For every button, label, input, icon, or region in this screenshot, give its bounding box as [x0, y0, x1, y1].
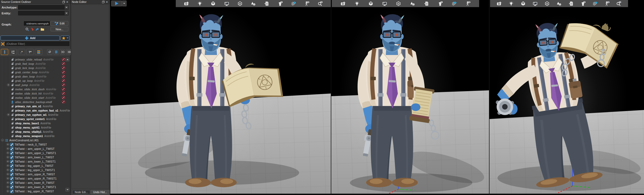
- expand-icon[interactable]: [6, 160, 10, 163]
- disabled-icon[interactable]: [62, 83, 65, 87]
- graph-path-field[interactable]: s/abrams.vanmgrph: [24, 21, 50, 26]
- graph-new-button[interactable]: New...: [51, 27, 68, 31]
- scope-hierarchy-icon[interactable]: [1, 49, 8, 55]
- tree-row[interactable]: TiltTwist :: arm_upper_R_TWIST: [0, 172, 70, 176]
- search-graph-icon[interactable]: [25, 27, 29, 31]
- primitives-icon[interactable]: [410, 1, 415, 6]
- wireframe-cube-icon[interactable]: [545, 1, 550, 6]
- disabled-icon[interactable]: [62, 75, 65, 78]
- disabled-icon[interactable]: [62, 96, 65, 100]
- light-icon[interactable]: [509, 1, 514, 6]
- disabled-icon[interactable]: [62, 100, 65, 104]
- camera-icon[interactable]: [340, 1, 346, 6]
- tree-row[interactable]: primary_slide_reloadAnimFile: [0, 57, 70, 62]
- disabled-icon[interactable]: [62, 62, 65, 66]
- tree-row[interactable]: primary_run_aim_n1AnimFile: [0, 104, 70, 108]
- tree-row[interactable]: TiltTwist :: leg_upper_L_TWIST1: [0, 168, 70, 172]
- collapse-icon[interactable]: [1, 139, 4, 142]
- tree-row[interactable]: melee_slide_kick_hitAnimFile: [0, 91, 70, 96]
- mesh-page-icon[interactable]: [424, 1, 429, 6]
- wireframe-cube-icon[interactable]: [396, 1, 401, 6]
- tree-row[interactable]: grab_up_loopAnimFile: [0, 79, 70, 83]
- play-button[interactable]: [111, 1, 122, 6]
- tree-row[interactable]: atlas_detective_backup.vmdl: [0, 100, 70, 104]
- outliner-filter-input[interactable]: [5, 41, 69, 46]
- tree-row[interactable]: shop_menu_spirit1AnimFile: [0, 125, 70, 130]
- tree-row[interactable]: primary_run_aim_syphon_fast_s1AnimFile: [0, 108, 70, 113]
- export-arrow-icon[interactable]: [35, 27, 39, 31]
- cloth-visibility-icon[interactable]: [277, 1, 283, 6]
- expand-icon[interactable]: [6, 143, 10, 146]
- add-button[interactable]: Add: [1, 36, 60, 40]
- favorites-button[interactable]: [61, 36, 69, 40]
- viewport-1[interactable]: [110, 0, 331, 195]
- character-model-front[interactable]: [145, 6, 294, 194]
- expand-icon[interactable]: [6, 190, 10, 193]
- expand-icon[interactable]: [6, 156, 10, 159]
- disabled-icon[interactable]: [62, 58, 65, 61]
- cube-icon[interactable]: [211, 1, 216, 6]
- tree-row[interactable]: TiltTwist :: arm_upper_L_TWIST1: [0, 151, 70, 155]
- node-editor-titlebar[interactable]: Node Editor ✕: [71, 0, 110, 4]
- flat-tree-icon[interactable]: [9, 49, 17, 55]
- collision-grid-icon[interactable]: [291, 1, 296, 6]
- archetype-dropdown[interactable]: [18, 5, 69, 10]
- tree-row[interactable]: wall_jumpAnimFile: [0, 83, 70, 87]
- list-view-icon[interactable]: [53, 49, 59, 55]
- camera-icon[interactable]: [497, 1, 502, 6]
- primitives-icon[interactable]: [251, 1, 256, 6]
- outliner-titlebar[interactable]: Source Content Outliner ✕: [0, 0, 70, 4]
- close-panel-icon[interactable]: ✕: [65, 0, 69, 3]
- tab-node-editor[interactable]: Node Edi...: [72, 190, 90, 194]
- viewport-3[interactable]: [489, 0, 644, 195]
- light-icon[interactable]: [354, 1, 359, 6]
- tree-row[interactable]: shop_menu_base1AnimFile: [0, 121, 70, 125]
- wireframe-cube-icon[interactable]: [237, 1, 242, 6]
- tree-row[interactable]: primary_run_syphon_w1AnimFile: [0, 113, 70, 117]
- dot-star-filter-button[interactable]: .*: [18, 49, 25, 55]
- disabled-icon[interactable]: [62, 79, 65, 83]
- cloth-visibility-icon[interactable]: [437, 1, 443, 6]
- tree-row[interactable]: grab_center_loopAnimFile: [0, 70, 70, 74]
- monitor-icon[interactable]: [382, 1, 387, 6]
- tree-row[interactable]: shop_menu_weapon1AnimFile: [0, 134, 70, 138]
- tree-row[interactable]: grab_bck_loopAnimFile: [0, 66, 70, 70]
- tree-row[interactable]: TiltTwist :: arm_lower_L_TWIST: [0, 155, 70, 159]
- tree-row[interactable]: AnimConstraintList (40): [0, 138, 70, 142]
- expand-icon[interactable]: [7, 113, 10, 116]
- disabled-icon[interactable]: [62, 66, 65, 70]
- tree-row[interactable]: primary_sprint_center1AnimFile: [0, 117, 70, 121]
- viewport-2[interactable]: [331, 0, 489, 195]
- primitives-icon[interactable]: [556, 1, 562, 6]
- cube-icon[interactable]: [368, 1, 374, 6]
- expand-icon[interactable]: [6, 147, 10, 150]
- character-model-book-closed[interactable]: [331, 6, 470, 194]
- collision-grid-icon[interactable]: [451, 1, 457, 6]
- collision-grid-icon[interactable]: [592, 1, 597, 6]
- expand-icon[interactable]: [6, 151, 10, 155]
- entity-dropdown[interactable]: [18, 11, 69, 15]
- question-star-filter-button[interactable]: ?*: [26, 49, 34, 55]
- float-panel-icon[interactable]: [62, 0, 65, 3]
- cube-icon[interactable]: [521, 1, 526, 6]
- skeleton-visibility-icon[interactable]: [604, 1, 609, 6]
- tree-row[interactable]: TiltTwist :: arm_lower_R_TWIST: [0, 181, 70, 185]
- expand-icon[interactable]: [6, 185, 10, 189]
- import-arrow-icon[interactable]: [30, 27, 34, 31]
- node-editor-canvas[interactable]: [72, 5, 109, 189]
- expand-icon[interactable]: [6, 168, 10, 172]
- disabled-icon[interactable]: [62, 92, 65, 95]
- tree-row[interactable]: TiltTwist :: arm_lower_R_TWIST1: [0, 185, 70, 189]
- tree-row[interactable]: TiltTwist :: leg_upper_R_TWIST: [0, 189, 70, 193]
- expand-icon[interactable]: [6, 164, 10, 167]
- tree-row[interactable]: melee_slide_kick_startAnimFile: [0, 96, 70, 100]
- expand-icon[interactable]: [6, 173, 10, 176]
- scroll-down-button[interactable]: [65, 188, 69, 192]
- skeleton-visibility-icon[interactable]: [465, 1, 471, 6]
- disabled-icon[interactable]: [62, 70, 65, 74]
- tree-row[interactable]: TiltTwist :: arm_lower_L_TWIST1: [0, 159, 70, 164]
- clear-filter-icon[interactable]: [1, 42, 5, 46]
- collapse-all-icon[interactable]: [60, 49, 65, 55]
- expand-icon[interactable]: [6, 177, 10, 180]
- tree-row[interactable]: TiltTwist :: neck_0_TWIST: [0, 142, 70, 147]
